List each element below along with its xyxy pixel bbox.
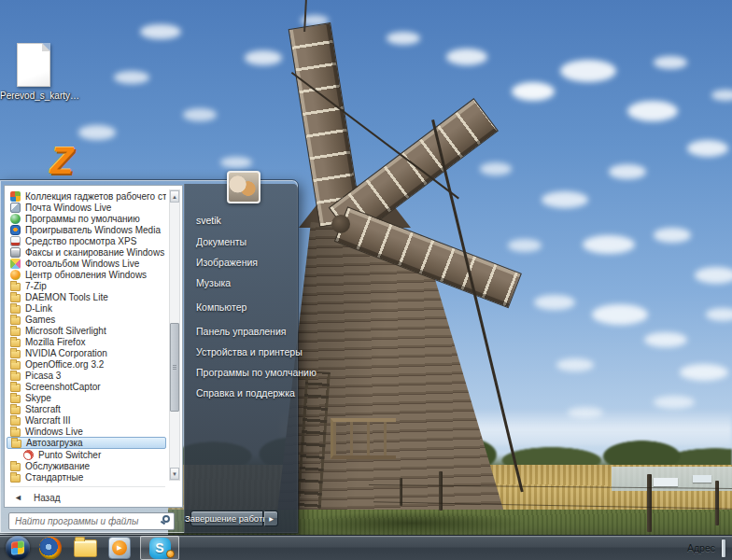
start-menu-place-item[interactable]: Музыка [196, 277, 231, 288]
folder-icon [10, 339, 21, 347]
toolbar-divider[interactable] [722, 539, 725, 557]
start-menu-program-item[interactable]: Центр обновления Windows [7, 269, 166, 280]
punto-icon [23, 450, 34, 460]
program-item-label: 7-Zip [25, 281, 47, 291]
start-menu-program-item[interactable]: Коллекция гаджетов рабочего стола [7, 190, 166, 202]
search-input[interactable] [8, 512, 175, 530]
program-item-label: Коллекция гаджетов рабочего стола [25, 191, 166, 202]
folder-icon [10, 417, 21, 426]
program-item-label: Picasa 3 [25, 371, 61, 381]
start-menu-program-item[interactable]: Skype [7, 392, 166, 403]
start-menu-program-item[interactable]: DAEMON Tools Lite [7, 291, 166, 302]
start-menu-place-item[interactable]: Справка и поддержка [196, 387, 295, 399]
skype-active-button: S [140, 536, 179, 560]
back-arrow-icon: ◄ [14, 493, 22, 502]
folder-icon [10, 474, 21, 483]
program-item-label: Программы по умолчанию [25, 214, 140, 224]
start-menu-program-item[interactable]: Picasa 3 [7, 370, 166, 381]
start-menu-program-item[interactable]: Windows Live [7, 426, 166, 437]
start-menu-program-item[interactable]: Microsoft Silverlight [7, 325, 166, 336]
start-menu-program-item[interactable]: Фотоальбом Windows Live [7, 258, 166, 269]
start-menu-program-item[interactable]: Starcraft [7, 403, 166, 414]
back-menu-item[interactable]: ◄ Назад [8, 490, 165, 505]
folder-icon [10, 316, 21, 325]
start-menu-program-item[interactable]: Факсы и сканирование Windows [7, 246, 166, 258]
fax-icon [10, 247, 21, 258]
start-menu-right-panel: svetik ДокументыИзображенияМузыкаКомпьют… [184, 184, 298, 533]
desktop-icon-label: Perevod_s_karty… [0, 91, 67, 101]
firefox-icon [39, 537, 62, 559]
start-menu-place-item[interactable]: Документы [196, 236, 246, 247]
folder-icon [11, 440, 21, 448]
folder-icon [10, 328, 21, 336]
start-menu-program-item[interactable]: Mozilla Firefox [7, 336, 166, 347]
start-orb-button[interactable] [6, 536, 30, 560]
folder-icon [10, 428, 21, 437]
start-menu-program-item[interactable]: Программы по умолчанию [7, 213, 166, 224]
program-item-label: Punto Switcher [38, 450, 101, 460]
start-menu-program-item[interactable]: NVIDIA Corporation [7, 347, 166, 358]
program-item-label: ScreenshotCaptor [25, 382, 101, 392]
program-item-label: Starcraft [25, 404, 61, 414]
program-item-label: Средство просмотра XPS [25, 236, 136, 246]
start-menu-place-item[interactable]: Панель управления [196, 326, 286, 337]
menu-separator [10, 486, 165, 487]
scroll-down-button[interactable]: ▼ [170, 468, 179, 480]
program-item-label: Фотоальбом Windows Live [25, 259, 139, 269]
start-menu-left-panel: Коллекция гаджетов рабочего столаПочта W… [4, 185, 183, 508]
back-label: Назад [34, 493, 61, 503]
start-menu-program-item[interactable]: Стандартные [7, 471, 166, 483]
program-item-label: Windows Live [25, 427, 83, 437]
start-menu-program-item[interactable]: Warcraft III [7, 414, 166, 426]
desktop: Perevod_s_karty… Z Коллекция гаджетов ра… [0, 0, 732, 560]
program-item-label: Обслуживание [25, 461, 90, 471]
start-menu-program-item[interactable]: Обслуживание [7, 460, 166, 471]
program-item-label: Центр обновления Windows [25, 270, 147, 280]
start-menu-place-item[interactable]: Устройства и принтеры [196, 346, 303, 357]
scroll-up-button[interactable]: ▲ [170, 190, 179, 203]
skype-button[interactable]: S [140, 536, 179, 560]
user-name[interactable]: svetik [196, 215, 221, 226]
search-icon [162, 515, 170, 523]
photo-icon [10, 259, 21, 269]
folder-icon [10, 395, 21, 403]
wmp-icon [10, 225, 21, 235]
search-box[interactable] [8, 511, 175, 529]
shutdown-button[interactable]: Завершение работы [190, 511, 263, 526]
start-menu-program-item[interactable]: 7-Zip [7, 280, 166, 291]
explorer-folder-icon [74, 539, 97, 557]
start-menu-program-item[interactable]: ScreenshotCaptor [7, 381, 166, 392]
start-menu-program-item[interactable]: OpenOffice.org 3.2 [7, 358, 166, 370]
firefox-button[interactable] [39, 536, 62, 560]
start-menu-program-item[interactable]: Проигрыватель Windows Media [7, 224, 166, 235]
start-menu-program-item[interactable]: Punto Switcher [7, 449, 166, 460]
media-player-button[interactable]: ▶ [108, 536, 131, 560]
start-menu-place-item[interactable]: Изображения [196, 257, 258, 268]
start-menu-program-item[interactable]: D-Link [7, 302, 166, 314]
program-item-label: DAEMON Tools Lite [25, 292, 108, 302]
program-item-label: Факсы и сканирование Windows [25, 247, 164, 258]
start-menu-program-item[interactable]: Почта Windows Live [7, 202, 166, 213]
shutdown-arrow-button[interactable]: ▶ [264, 511, 278, 526]
start-menu-place-item[interactable]: Программы по умолчанию [196, 367, 317, 378]
folder-icon [10, 372, 21, 381]
user-avatar[interactable] [227, 171, 260, 203]
explorer-button[interactable] [74, 536, 97, 560]
scrollbar-thumb[interactable] [170, 323, 179, 412]
shutdown-label: Завершение работы [185, 513, 269, 524]
distant-roof [654, 478, 678, 486]
scrollbar[interactable]: ▲ ▼ [169, 189, 180, 481]
start-menu-program-item[interactable]: Средство просмотра XPS [7, 235, 166, 246]
start-menu-place-item[interactable]: Компьютер [196, 301, 246, 313]
default-programs-icon [10, 214, 21, 224]
address-toolbar-label: Адрес [687, 542, 715, 553]
desktop-icon-z[interactable]: Z [50, 140, 73, 182]
folder-icon [10, 305, 21, 314]
windows-logo-icon [6, 536, 30, 560]
program-item-label: Проигрыватель Windows Media [25, 225, 161, 235]
desktop-icon-file[interactable]: Perevod_s_karty… [0, 43, 67, 101]
program-list: Коллекция гаджетов рабочего столаПочта W… [7, 190, 166, 483]
program-item-label: NVIDIA Corporation [25, 348, 107, 358]
start-menu-program-item[interactable]: Games [7, 314, 166, 325]
start-menu-program-item[interactable]: Автозагрузка [7, 437, 166, 449]
